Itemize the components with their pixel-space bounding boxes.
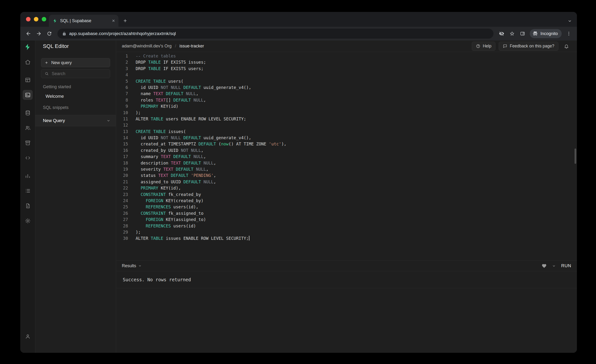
code-line[interactable]: 18 description TEXT DEFAULT NULL, [116, 160, 577, 166]
code-line[interactable]: 25 REFERENCES users(id), [116, 204, 577, 210]
chevron-down-icon [106, 119, 111, 123]
incognito-icon [532, 30, 538, 37]
code-line[interactable]: 14 id UUID NOT NULL DEFAULT uuid_generat… [116, 135, 577, 141]
code-line[interactable]: 9 PRIMARY KEY(id) [116, 103, 577, 109]
rail-item-storage[interactable] [23, 138, 33, 148]
browser-tab[interactable]: SQL | Supabase [49, 15, 119, 27]
code-line[interactable]: 11ALTER TABLE users ENABLE ROW LEVEL SEC… [116, 116, 577, 122]
breadcrumb-project[interactable]: issue-tracker [179, 44, 204, 49]
minimize-window-button[interactable] [34, 17, 38, 22]
results-toggle[interactable]: Results [122, 263, 142, 268]
line-number: 17 [116, 154, 128, 160]
plus-icon [45, 61, 48, 65]
tab-search-button[interactable] [567, 19, 572, 23]
rail-item-settings[interactable] [23, 216, 33, 226]
line-number: 10 [116, 110, 128, 116]
breadcrumb-org[interactable]: adam@windmill.dev's Org [122, 44, 172, 49]
sidebar-item-new-query[interactable]: New Query [35, 115, 116, 126]
code-editor[interactable]: 1-- Create tables2DROP TABLE IF EXISTS i… [116, 52, 577, 260]
code-line[interactable]: 29); [116, 229, 577, 235]
line-number: 30 [116, 235, 128, 241]
line-number: 5 [116, 78, 128, 84]
code-line[interactable]: 6 id UUID NOT NULL DEFAULT uuid_generate… [116, 84, 577, 91]
close-icon [111, 19, 116, 23]
supabase-app: SQL Editor New query Search Getting star… [20, 41, 577, 353]
code-line[interactable]: 3DROP TABLE IF EXISTS users; [116, 66, 577, 72]
code-line[interactable]: 5CREATE TABLE users( [116, 78, 577, 84]
browser-menu-button[interactable] [564, 29, 574, 38]
back-button[interactable] [24, 29, 33, 38]
code-line[interactable]: 13CREATE TABLE issues( [116, 128, 577, 135]
close-window-button[interactable] [26, 17, 30, 22]
code-line[interactable]: 20 status TEXT DEFAULT 'PENDING', [116, 172, 577, 178]
line-number: 2 [116, 59, 128, 65]
code-line[interactable]: 30ALTER TABLE issues ENABLE ROW LEVEL SE… [116, 235, 577, 241]
zoom-window-button[interactable] [42, 17, 46, 22]
code-line[interactable]: 23 CONSTRAINT fk_created_by [116, 191, 577, 198]
line-number: 13 [116, 128, 128, 135]
rail-item-logs[interactable] [23, 186, 33, 196]
eye-off-button[interactable] [497, 29, 506, 38]
code-line[interactable]: 21 assigned_to UUID DEFAULT NULL, [116, 179, 577, 185]
section-label-sql-snippets: SQL snippets [43, 105, 116, 110]
rail-item-reports[interactable] [23, 171, 33, 181]
code-line[interactable]: 19 severity TEXT DEFAULT NULL, [116, 166, 577, 172]
results-empty-area [116, 288, 577, 353]
new-query-button-label: New query [51, 60, 72, 65]
rail-item-database[interactable] [23, 108, 33, 118]
rail-item-sql-editor[interactable] [23, 90, 33, 100]
address-bar[interactable]: app.supabase.com/project/azahtnhqohyjerz… [58, 29, 493, 39]
reload-button[interactable] [45, 29, 54, 38]
close-tab-button[interactable] [111, 19, 116, 23]
rail-item-api[interactable] [23, 153, 33, 163]
line-number: 28 [116, 223, 128, 229]
rail-item-docs[interactable] [23, 201, 33, 211]
line-number: 23 [116, 191, 128, 198]
rail-item-auth[interactable] [23, 123, 33, 133]
code-line[interactable]: 8 roles TEXT[] DEFAULT NULL, [116, 97, 577, 103]
code-line[interactable]: 27 FOREIGN KEY(assigned_to) [116, 216, 577, 223]
notifications-button[interactable] [562, 41, 571, 51]
rail-item-account[interactable] [23, 331, 33, 341]
chevron-down-icon [552, 264, 556, 268]
supabase-logo[interactable] [23, 42, 33, 52]
rail-item-table-editor[interactable] [23, 75, 33, 85]
code-line[interactable]: 22 PRIMARY KEY(id), [116, 185, 577, 191]
search-input[interactable]: Search [41, 69, 110, 78]
help-button[interactable]: Help [472, 42, 495, 51]
code-line[interactable]: 26 CONSTRAINT fk_assigned_to [116, 210, 577, 216]
run-button[interactable]: RUN [561, 263, 571, 268]
bookmark-button[interactable] [507, 29, 517, 38]
code-line[interactable]: 15 created_at TIMESTAMPTZ DEFAULT (now()… [116, 141, 577, 147]
code-line[interactable]: 7 name TEXT DEFAULT NULL, [116, 91, 577, 97]
line-number: 19 [116, 166, 128, 172]
code-line[interactable]: 17 summary TEXT DEFAULT NULL, [116, 154, 577, 160]
side-panel-button[interactable] [518, 29, 527, 38]
reload-icon [46, 31, 52, 37]
sidebar-item-welcome[interactable]: Welcome [45, 94, 116, 99]
code-line[interactable]: 10); [116, 110, 577, 116]
new-query-button[interactable]: New query [41, 58, 110, 67]
rail-item-home[interactable] [23, 57, 33, 67]
incognito-badge[interactable]: Incognito [530, 29, 562, 38]
line-number: 4 [116, 72, 128, 78]
code-line[interactable]: 4 [116, 72, 577, 78]
list-icon [25, 188, 31, 194]
code-line[interactable]: 12 [116, 122, 577, 128]
feedback-button[interactable]: Feedback on this page? [499, 42, 558, 51]
code-line[interactable]: 1-- Create tables [116, 53, 577, 59]
forward-button[interactable] [34, 29, 44, 38]
code-line[interactable]: 16 created_by UUID NOT NULL, [116, 147, 577, 154]
search-icon [45, 72, 49, 76]
editor-scrollbar-thumb[interactable] [574, 149, 576, 164]
code-line[interactable]: 2DROP TABLE IF EXISTS issues; [116, 59, 577, 65]
line-number: 12 [116, 122, 128, 128]
users-icon [25, 125, 31, 131]
help-icon [476, 44, 480, 48]
code-line[interactable]: 28 REFERENCES users(id) [116, 223, 577, 229]
run-options-button[interactable] [552, 264, 556, 268]
favorite-button[interactable] [542, 263, 547, 268]
new-tab-button[interactable] [120, 16, 130, 25]
gear-icon [25, 218, 31, 224]
code-line[interactable]: 24 FOREIGN KEY(created_by) [116, 198, 577, 204]
